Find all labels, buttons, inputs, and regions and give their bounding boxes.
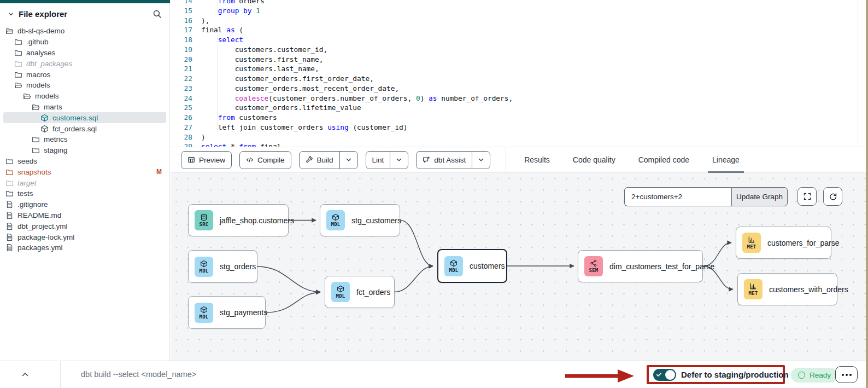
file-tree-item-staging[interactable]: staging	[3, 145, 166, 156]
file-tree-item-label: .gitignore	[17, 200, 48, 209]
file-tree-item--github[interactable]: .github	[3, 37, 166, 48]
line-number: 18	[171, 35, 192, 45]
file-tree-item-label: db-sl-qs-demo	[17, 27, 64, 35]
file-tree-item-readme-md[interactable]: README.md	[3, 210, 166, 221]
lint-button-group: Lint	[366, 151, 409, 169]
code-line-17: 17final as (	[171, 25, 868, 35]
file-explorer-title: File explorer	[19, 9, 148, 19]
lineage-node-stg_payments[interactable]: MDLstg_payments	[188, 296, 266, 329]
node-label: customers_with_orders	[769, 285, 848, 294]
file-tree-item-packages-yml[interactable]: packages.yml	[3, 242, 166, 253]
file-tree-item-label: target	[17, 179, 37, 187]
cube-badge-icon: MDL	[195, 257, 213, 277]
code-text: customer_orders.first_order_date,	[201, 74, 374, 84]
refresh-icon	[829, 192, 837, 201]
file-tree-item-label: seeds	[17, 157, 37, 165]
refresh-button[interactable]	[823, 187, 842, 206]
tab-compiled-code[interactable]: Compiled code	[627, 147, 701, 172]
file-tree-item-metrics[interactable]: metrics	[3, 134, 166, 145]
lint-dropdown[interactable]	[390, 152, 408, 169]
node-kind-label: MET	[748, 291, 758, 296]
file-tree-item-models[interactable]: models	[3, 91, 166, 102]
lineage-node-customers_for_parse[interactable]: METcustomers_for_parse	[736, 227, 831, 259]
fullscreen-button[interactable]	[797, 187, 817, 206]
code-line-18: 18 select	[171, 35, 868, 45]
file-tree-item-dbt-packages[interactable]: dbt_packages	[3, 58, 166, 69]
file-tree-item-seeds[interactable]: seeds	[3, 156, 166, 167]
code-text: coalesce(customer_orders.number_of_order…	[201, 94, 513, 103]
lineage-node-customers[interactable]: MDLcustomers	[437, 249, 507, 283]
preview-button[interactable]: Preview	[181, 151, 232, 169]
line-number: 21	[171, 64, 192, 74]
dbt-assist-button-group: dbt Assist	[416, 151, 490, 169]
file-tree-item-label: snapshots	[17, 168, 51, 176]
lineage-filter-input[interactable]	[624, 187, 731, 206]
dbt-assist-button[interactable]: dbt Assist	[417, 152, 472, 169]
file-tree-item-analyses[interactable]: analyses	[3, 48, 166, 59]
code-editor[interactable]: 14 from orders15 group by 116),17final a…	[171, 0, 868, 147]
lineage-node-stg_customers[interactable]: MDLstg_customers	[320, 204, 400, 236]
chevron-down-icon[interactable]	[8, 11, 14, 18]
lineage-node-dim_customers_test_for_parse[interactable]: SEMdim_customers_test_for_parse	[578, 250, 703, 282]
folder-icon	[5, 179, 14, 187]
lineage-panel[interactable]: SRCjaffle_shop.customersMDLstg_customers…	[171, 173, 868, 361]
lineage-node-customers_with_orders[interactable]: METcustomers_with_orders	[737, 273, 837, 305]
command-input[interactable]	[74, 366, 470, 383]
line-number: 17	[171, 25, 192, 35]
assist-chat-icon	[423, 156, 430, 164]
build-button-group: Build	[299, 151, 358, 169]
code-text: customers.last_name,	[201, 64, 319, 74]
editor-scrollbar[interactable]	[858, 0, 858, 147]
sidebar-accent-bar	[0, 0, 170, 3]
line-number: 20	[171, 55, 192, 65]
file-tree-item-label: staging	[44, 146, 68, 154]
lineage-node-fct_orders[interactable]: MDLfct_orders	[325, 276, 395, 308]
lineage-node-jaffle_shop_customers[interactable]: SRCjaffle_shop.customers	[188, 204, 289, 236]
node-kind-label: MDL	[336, 293, 345, 299]
file-tree-item-models[interactable]: models	[3, 80, 166, 91]
tab-results[interactable]: Results	[513, 147, 561, 172]
code-line-29: 29select * from final	[171, 142, 868, 147]
chevron-up-icon[interactable]	[21, 370, 31, 379]
dbt-assist-dropdown[interactable]	[472, 152, 490, 169]
code-line-22: 22 customer_orders.first_order_date,	[171, 74, 868, 84]
file-tree-item-snapshots[interactable]: snapshotsM	[3, 166, 166, 177]
line-number: 26	[171, 113, 192, 123]
file-tree-item-label: customers.sql	[52, 114, 98, 122]
file-tree-item-customers-sql[interactable]: customers.sql	[3, 112, 166, 123]
cube-badge-icon: MDL	[195, 303, 213, 323]
lint-button[interactable]: Lint	[366, 152, 390, 169]
lineage-node-stg_orders[interactable]: MDLstg_orders	[188, 250, 257, 283]
code-text: final as (	[201, 25, 243, 35]
file-tree-item-fct-orders-sql[interactable]: fct_orders.sql	[3, 123, 166, 134]
code-line-15: 15 group by 1	[171, 6, 868, 16]
update-graph-button[interactable]: Update Graph	[731, 187, 788, 206]
file-tree-item-tests[interactable]: tests	[3, 188, 166, 199]
code-icon	[246, 156, 254, 164]
cube-badge-icon: MDL	[331, 282, 350, 302]
line-number: 24	[171, 94, 192, 103]
build-dropdown[interactable]	[339, 152, 357, 169]
editor-toolbar: Preview Compile Build Lint dbt Assist Re…	[171, 147, 868, 173]
file-tree-item-label: models	[35, 92, 59, 100]
build-button[interactable]: Build	[300, 152, 339, 169]
file-tree-item--gitignore[interactable]: .gitignore	[3, 199, 166, 210]
file-tree-item-label: marts	[44, 103, 62, 111]
file-tree-item-package-lock-yml[interactable]: package-lock.yml	[3, 231, 166, 242]
file-tree-item-target[interactable]: target	[3, 177, 166, 188]
indent-guide	[218, 0, 218, 15]
file-tree-item-dbt-project-yml[interactable]: dbt_project.yml	[3, 221, 166, 231]
file-tree-item-label: fct_orders.sql	[52, 125, 97, 133]
code-line-14: 14 from orders	[171, 0, 868, 6]
file-tree-item-marts[interactable]: marts	[3, 102, 166, 113]
folder-icon	[32, 146, 40, 154]
tab-code-quality[interactable]: Code quality	[561, 147, 627, 172]
file-tree-item-macros[interactable]: macros	[3, 69, 166, 80]
annotation-arrow	[564, 368, 635, 384]
file-tree-item-db-sl-qs-demo[interactable]: db-sl-qs-demo	[3, 26, 166, 37]
search-icon[interactable]	[153, 9, 162, 19]
compile-button[interactable]: Compile	[239, 151, 291, 169]
defer-toggle[interactable]	[653, 369, 676, 381]
tab-lineage[interactable]: Lineage	[701, 147, 751, 172]
more-options-button[interactable]	[835, 366, 858, 383]
